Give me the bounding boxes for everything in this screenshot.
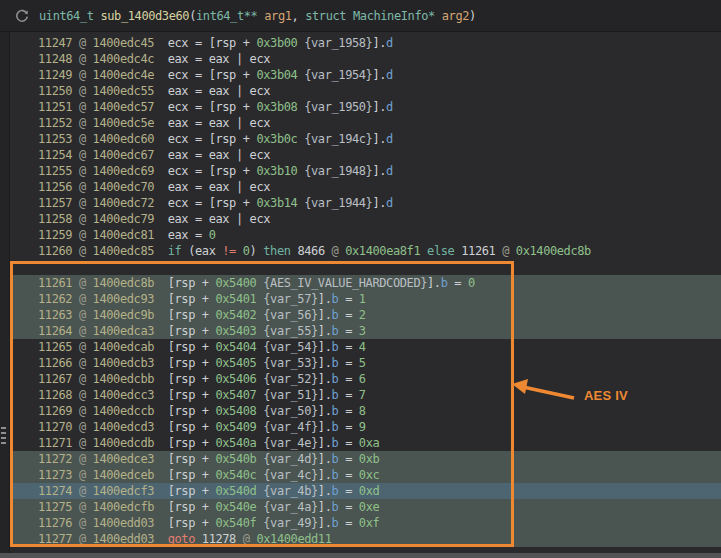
token-v: {var_4e} (263, 436, 318, 450)
token-p: ]. (318, 324, 332, 338)
token-n: 0x540a (215, 436, 256, 450)
il-index: 11262 (38, 292, 72, 306)
il-line[interactable]: 11252 @ 1400edc5e eax = eax | ecx (10, 115, 721, 131)
token-p: [rsp + (168, 452, 216, 466)
il-address: 1400edc85 (93, 244, 168, 258)
il-address: 1400edd03 (93, 516, 168, 530)
function-signature[interactable]: uint64_t sub_1400d3e60(int64_t** arg1, s… (39, 9, 476, 23)
il-line[interactable]: 11271 @ 1400edcdb [rsp + 0x540a {var_4e}… (10, 435, 721, 451)
il-line[interactable]: 11255 @ 1400edc69 ecx = [rsp + 0x3b10 {v… (10, 163, 721, 179)
token-p: eax = eax | ecx (168, 52, 270, 66)
token-p (236, 244, 243, 258)
il-line[interactable]: 11259 @ 1400edc81 eax = 0 (10, 227, 721, 243)
block-separator (10, 259, 721, 275)
token-k: if (168, 244, 182, 258)
token-n: 0x1400ea8f1 (345, 244, 420, 258)
il-line[interactable]: 11267 @ 1400edcbb [rsp + 0x5406 {var_52}… (10, 371, 721, 387)
token-v: {var_1954} (304, 68, 372, 82)
at-separator: @ (72, 52, 92, 66)
il-line[interactable]: 11251 @ 1400edc57 ecx = [rsp + 0x3b08 {v… (10, 99, 721, 115)
il-address: 1400edc72 (93, 196, 168, 210)
il-line[interactable]: 11277 @ 1400edd03 goto 11278 @ 0x1400edd… (10, 531, 721, 547)
il-line[interactable]: 11269 @ 1400edccb [rsp + 0x5408 {var_50}… (10, 403, 721, 419)
token-v: {var_52} (263, 372, 318, 386)
il-line[interactable]: 11276 @ 1400edd03 [rsp + 0x540f {var_49}… (10, 515, 721, 531)
token-n: 0x3b10 (256, 164, 297, 178)
token-p: ]. (372, 164, 386, 178)
token-p: [rsp + (168, 404, 216, 418)
il-line[interactable]: 11275 @ 1400edcfb [rsp + 0x540e {var_4a}… (10, 499, 721, 515)
il-line[interactable]: 11274 @ 1400edcf3 [rsp + 0x540d {var_4b}… (10, 483, 721, 499)
at-separator: @ (72, 196, 92, 210)
token-k: else (427, 244, 454, 258)
token-p: ]. (318, 484, 332, 498)
il-address: 1400edc45 (93, 36, 168, 50)
il-line[interactable]: 11253 @ 1400edc60 ecx = [rsp + 0x3b0c {v… (10, 131, 721, 147)
token-p: ]. (372, 196, 386, 210)
at-separator: @ (72, 148, 92, 162)
il-line[interactable]: 11265 @ 1400edcab [rsp + 0x5404 {var_54}… (10, 339, 721, 355)
il-line[interactable]: 11258 @ 1400edc79 eax = eax | ecx (10, 211, 721, 227)
il-line[interactable]: 11249 @ 1400edc4e ecx = [rsp + 0x3b04 {v… (10, 67, 721, 83)
il-index: 11272 (38, 452, 72, 466)
il-address: 1400edc4e (93, 68, 168, 82)
il-index: 11260 (38, 244, 72, 258)
il-line[interactable]: 11262 @ 1400edc93 [rsp + 0x5401 {var_57}… (10, 291, 721, 307)
il-line[interactable]: 11254 @ 1400edc67 eax = eax | ecx (10, 147, 721, 163)
token-p: ]. (318, 356, 332, 370)
il-address: 1400edc4c (93, 52, 168, 66)
token-p (435, 9, 442, 23)
at-separator: @ (72, 388, 92, 402)
il-line[interactable]: 11264 @ 1400edca3 [rsp + 0x5403 {var_55}… (10, 323, 721, 339)
at-separator: @ (72, 276, 92, 290)
token-n: 0x540e (215, 500, 256, 514)
il-index: 11255 (38, 164, 72, 178)
at-separator: @ (72, 164, 92, 178)
il-line[interactable]: 11248 @ 1400edc4c eax = eax | ecx (10, 51, 721, 67)
il-index: 11269 (38, 404, 72, 418)
il-line[interactable]: 11247 @ 1400edc45 ecx = [rsp + 0x3b00 {v… (10, 35, 721, 51)
il-line[interactable]: 11256 @ 1400edc70 eax = eax | ecx (10, 179, 721, 195)
token-p: ]. (427, 276, 441, 290)
il-line[interactable]: 11257 @ 1400edc72 ecx = [rsp + 0x3b14 {v… (10, 195, 721, 211)
horizontal-scrollbar[interactable] (0, 553, 721, 558)
token-n: 0xf (359, 516, 379, 530)
token-p: ]. (318, 436, 332, 450)
il-line[interactable]: 11273 @ 1400edceb [rsp + 0x540c {var_4c}… (10, 467, 721, 483)
at-separator: @ (72, 372, 92, 386)
at-separator: @ (72, 84, 92, 98)
il-line[interactable]: 11250 @ 1400edc55 eax = eax | ecx (10, 83, 721, 99)
token-n: 0x5401 (215, 292, 256, 306)
linear-il-listing[interactable]: 11247 @ 1400edc45 ecx = [rsp + 0x3b00 {v… (0, 32, 721, 553)
token-v: {var_50} (263, 404, 318, 418)
il-line[interactable]: 11263 @ 1400edc9b [rsp + 0x5402 {var_56}… (10, 307, 721, 323)
il-line[interactable]: 11260 @ 1400edc85 if (eax != 0) then 846… (10, 243, 721, 259)
token-n: 0x1400edd11 (256, 532, 331, 546)
token-p: eax = eax | ecx (168, 148, 270, 162)
token-p: ecx = [rsp + (168, 196, 257, 210)
token-p: = (338, 356, 358, 370)
token-n: 3 (359, 324, 366, 338)
il-index: 11275 (38, 500, 72, 514)
il-address: 1400edceb (93, 468, 168, 482)
il-index: 11268 (38, 388, 72, 402)
scrollbar-grip-icon[interactable] (1, 427, 7, 447)
il-index: 11265 (38, 340, 72, 354)
token-n: 7 (359, 388, 366, 402)
refresh-circle-icon[interactable] (14, 8, 30, 24)
at-separator: @ (72, 532, 92, 546)
il-line[interactable]: 11266 @ 1400edcb3 [rsp + 0x5405 {var_53}… (10, 355, 721, 371)
at-separator: @ (72, 324, 92, 338)
token-p: [rsp + (168, 500, 216, 514)
token-p: [rsp + (168, 324, 216, 338)
token-n: 0x3b08 (256, 100, 297, 114)
il-line[interactable]: 11270 @ 1400edcd3 [rsp + 0x5409 {var_4f}… (10, 419, 721, 435)
token-k: then (263, 244, 290, 258)
il-line[interactable]: 11272 @ 1400edce3 [rsp + 0x540b {var_4d}… (10, 451, 721, 467)
token-p: [rsp + (168, 484, 216, 498)
token-n: 0xe (359, 500, 379, 514)
token-p: eax = eax | ecx (168, 84, 270, 98)
il-line[interactable]: 11261 @ 1400edc8b [rsp + 0x5400 {AES_IV_… (10, 275, 721, 291)
token-at: @ (502, 244, 509, 258)
token-p: ecx = [rsp + (168, 68, 257, 82)
